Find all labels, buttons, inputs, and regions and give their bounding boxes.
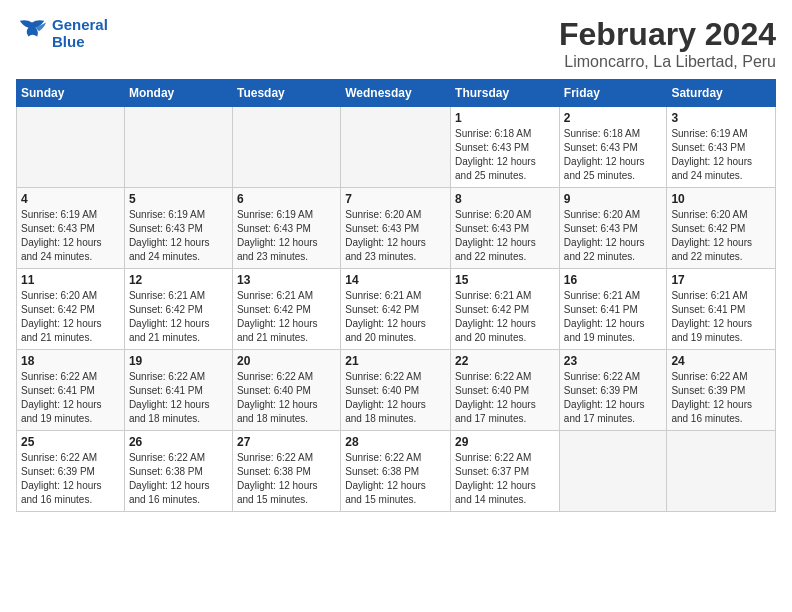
- day-info: Sunrise: 6:20 AM Sunset: 6:42 PM Dayligh…: [671, 208, 771, 264]
- calendar-week-1: 1Sunrise: 6:18 AM Sunset: 6:43 PM Daylig…: [17, 107, 776, 188]
- weekday-header-wednesday: Wednesday: [341, 80, 451, 107]
- calendar-cell: 3Sunrise: 6:19 AM Sunset: 6:43 PM Daylig…: [667, 107, 776, 188]
- weekday-header-tuesday: Tuesday: [232, 80, 340, 107]
- day-number: 24: [671, 354, 771, 368]
- day-info: Sunrise: 6:19 AM Sunset: 6:43 PM Dayligh…: [129, 208, 228, 264]
- weekday-header-saturday: Saturday: [667, 80, 776, 107]
- day-number: 5: [129, 192, 228, 206]
- calendar-cell: 11Sunrise: 6:20 AM Sunset: 6:42 PM Dayli…: [17, 269, 125, 350]
- day-info: Sunrise: 6:21 AM Sunset: 6:41 PM Dayligh…: [671, 289, 771, 345]
- weekday-header-thursday: Thursday: [451, 80, 560, 107]
- location-title: Limoncarro, La Libertad, Peru: [559, 53, 776, 71]
- day-info: Sunrise: 6:22 AM Sunset: 6:41 PM Dayligh…: [21, 370, 120, 426]
- day-info: Sunrise: 6:21 AM Sunset: 6:42 PM Dayligh…: [129, 289, 228, 345]
- day-number: 6: [237, 192, 336, 206]
- calendar-cell: 28Sunrise: 6:22 AM Sunset: 6:38 PM Dayli…: [341, 431, 451, 512]
- weekday-header-sunday: Sunday: [17, 80, 125, 107]
- calendar-table: SundayMondayTuesdayWednesdayThursdayFrid…: [16, 79, 776, 512]
- day-info: Sunrise: 6:20 AM Sunset: 6:43 PM Dayligh…: [564, 208, 663, 264]
- day-info: Sunrise: 6:22 AM Sunset: 6:38 PM Dayligh…: [345, 451, 446, 507]
- day-number: 8: [455, 192, 555, 206]
- page-header: General Blue February 2024 Limoncarro, L…: [16, 16, 776, 71]
- calendar-cell: 21Sunrise: 6:22 AM Sunset: 6:40 PM Dayli…: [341, 350, 451, 431]
- day-info: Sunrise: 6:21 AM Sunset: 6:42 PM Dayligh…: [237, 289, 336, 345]
- day-info: Sunrise: 6:22 AM Sunset: 6:40 PM Dayligh…: [455, 370, 555, 426]
- calendar-cell: [341, 107, 451, 188]
- day-info: Sunrise: 6:22 AM Sunset: 6:41 PM Dayligh…: [129, 370, 228, 426]
- calendar-week-4: 18Sunrise: 6:22 AM Sunset: 6:41 PM Dayli…: [17, 350, 776, 431]
- day-number: 16: [564, 273, 663, 287]
- calendar-cell: [667, 431, 776, 512]
- calendar-cell: 26Sunrise: 6:22 AM Sunset: 6:38 PM Dayli…: [124, 431, 232, 512]
- day-number: 4: [21, 192, 120, 206]
- day-number: 28: [345, 435, 446, 449]
- calendar-cell: [124, 107, 232, 188]
- day-info: Sunrise: 6:22 AM Sunset: 6:39 PM Dayligh…: [671, 370, 771, 426]
- day-info: Sunrise: 6:22 AM Sunset: 6:39 PM Dayligh…: [564, 370, 663, 426]
- calendar-cell: [559, 431, 667, 512]
- logo: General Blue: [16, 16, 108, 50]
- day-number: 14: [345, 273, 446, 287]
- calendar-cell: 24Sunrise: 6:22 AM Sunset: 6:39 PM Dayli…: [667, 350, 776, 431]
- calendar-cell: 19Sunrise: 6:22 AM Sunset: 6:41 PM Dayli…: [124, 350, 232, 431]
- day-number: 12: [129, 273, 228, 287]
- calendar-week-2: 4Sunrise: 6:19 AM Sunset: 6:43 PM Daylig…: [17, 188, 776, 269]
- day-info: Sunrise: 6:21 AM Sunset: 6:41 PM Dayligh…: [564, 289, 663, 345]
- calendar-cell: 18Sunrise: 6:22 AM Sunset: 6:41 PM Dayli…: [17, 350, 125, 431]
- calendar-header-row: SundayMondayTuesdayWednesdayThursdayFrid…: [17, 80, 776, 107]
- day-number: 22: [455, 354, 555, 368]
- day-number: 9: [564, 192, 663, 206]
- calendar-cell: 15Sunrise: 6:21 AM Sunset: 6:42 PM Dayli…: [451, 269, 560, 350]
- day-number: 23: [564, 354, 663, 368]
- calendar-cell: 25Sunrise: 6:22 AM Sunset: 6:39 PM Dayli…: [17, 431, 125, 512]
- day-info: Sunrise: 6:22 AM Sunset: 6:37 PM Dayligh…: [455, 451, 555, 507]
- calendar-cell: 23Sunrise: 6:22 AM Sunset: 6:39 PM Dayli…: [559, 350, 667, 431]
- weekday-header-friday: Friday: [559, 80, 667, 107]
- calendar-cell: 1Sunrise: 6:18 AM Sunset: 6:43 PM Daylig…: [451, 107, 560, 188]
- day-number: 2: [564, 111, 663, 125]
- calendar-cell: 5Sunrise: 6:19 AM Sunset: 6:43 PM Daylig…: [124, 188, 232, 269]
- calendar-cell: [17, 107, 125, 188]
- weekday-header-monday: Monday: [124, 80, 232, 107]
- calendar-cell: [232, 107, 340, 188]
- calendar-cell: 29Sunrise: 6:22 AM Sunset: 6:37 PM Dayli…: [451, 431, 560, 512]
- logo-bird-icon: [16, 19, 48, 47]
- day-number: 1: [455, 111, 555, 125]
- day-number: 27: [237, 435, 336, 449]
- month-title: February 2024: [559, 16, 776, 53]
- day-number: 10: [671, 192, 771, 206]
- day-number: 21: [345, 354, 446, 368]
- day-number: 19: [129, 354, 228, 368]
- calendar-cell: 17Sunrise: 6:21 AM Sunset: 6:41 PM Dayli…: [667, 269, 776, 350]
- day-info: Sunrise: 6:20 AM Sunset: 6:43 PM Dayligh…: [345, 208, 446, 264]
- calendar-week-5: 25Sunrise: 6:22 AM Sunset: 6:39 PM Dayli…: [17, 431, 776, 512]
- day-info: Sunrise: 6:22 AM Sunset: 6:39 PM Dayligh…: [21, 451, 120, 507]
- calendar-cell: 16Sunrise: 6:21 AM Sunset: 6:41 PM Dayli…: [559, 269, 667, 350]
- day-number: 25: [21, 435, 120, 449]
- calendar-cell: 6Sunrise: 6:19 AM Sunset: 6:43 PM Daylig…: [232, 188, 340, 269]
- day-info: Sunrise: 6:21 AM Sunset: 6:42 PM Dayligh…: [455, 289, 555, 345]
- calendar-cell: 27Sunrise: 6:22 AM Sunset: 6:38 PM Dayli…: [232, 431, 340, 512]
- day-number: 17: [671, 273, 771, 287]
- calendar-cell: 22Sunrise: 6:22 AM Sunset: 6:40 PM Dayli…: [451, 350, 560, 431]
- day-info: Sunrise: 6:18 AM Sunset: 6:43 PM Dayligh…: [564, 127, 663, 183]
- day-info: Sunrise: 6:22 AM Sunset: 6:40 PM Dayligh…: [237, 370, 336, 426]
- calendar-cell: 4Sunrise: 6:19 AM Sunset: 6:43 PM Daylig…: [17, 188, 125, 269]
- day-info: Sunrise: 6:22 AM Sunset: 6:40 PM Dayligh…: [345, 370, 446, 426]
- day-number: 29: [455, 435, 555, 449]
- day-info: Sunrise: 6:22 AM Sunset: 6:38 PM Dayligh…: [237, 451, 336, 507]
- logo-text: General Blue: [52, 16, 108, 50]
- day-number: 11: [21, 273, 120, 287]
- calendar-cell: 10Sunrise: 6:20 AM Sunset: 6:42 PM Dayli…: [667, 188, 776, 269]
- day-info: Sunrise: 6:19 AM Sunset: 6:43 PM Dayligh…: [21, 208, 120, 264]
- calendar-cell: 8Sunrise: 6:20 AM Sunset: 6:43 PM Daylig…: [451, 188, 560, 269]
- day-number: 7: [345, 192, 446, 206]
- day-number: 20: [237, 354, 336, 368]
- day-info: Sunrise: 6:20 AM Sunset: 6:42 PM Dayligh…: [21, 289, 120, 345]
- day-info: Sunrise: 6:20 AM Sunset: 6:43 PM Dayligh…: [455, 208, 555, 264]
- day-info: Sunrise: 6:21 AM Sunset: 6:42 PM Dayligh…: [345, 289, 446, 345]
- day-info: Sunrise: 6:19 AM Sunset: 6:43 PM Dayligh…: [237, 208, 336, 264]
- calendar-cell: 7Sunrise: 6:20 AM Sunset: 6:43 PM Daylig…: [341, 188, 451, 269]
- calendar-week-3: 11Sunrise: 6:20 AM Sunset: 6:42 PM Dayli…: [17, 269, 776, 350]
- day-number: 3: [671, 111, 771, 125]
